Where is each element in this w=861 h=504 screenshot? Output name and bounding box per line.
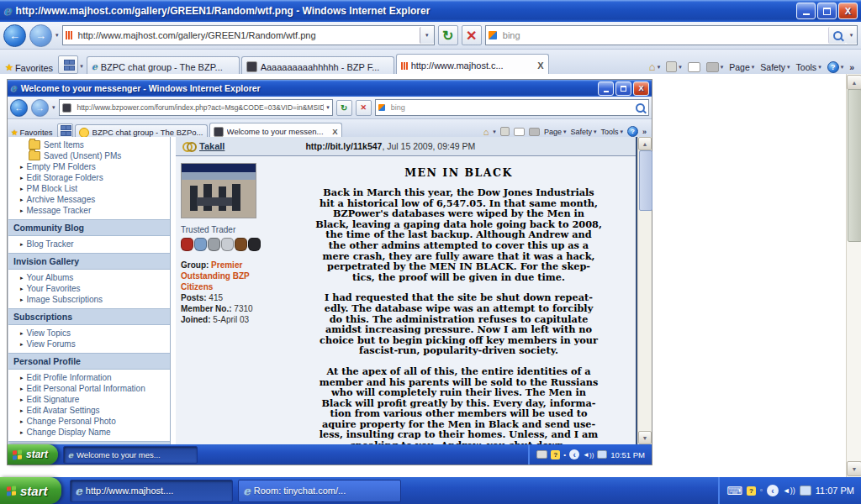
- address-dropdown-icon[interactable]: ▾: [420, 27, 434, 44]
- search-options-dropdown-icon[interactable]: ▾: [846, 27, 857, 44]
- member-info: Group: Premier Outstanding BZP Citizens …: [181, 260, 280, 325]
- taskbar-task-majhost[interactable]: e http://www.majhost....: [70, 480, 233, 502]
- majhost-favicon: [63, 31, 75, 39]
- inner-navigation-bar: ← → ▾ http://www.bzpower.com/forum/index…: [8, 97, 652, 119]
- mask-icons-row: [181, 238, 280, 251]
- magnifier-icon: [833, 31, 843, 40]
- recent-pages-dropdown-icon[interactable]: ▾: [55, 32, 59, 39]
- outer-window-titlebar: e http://www.majhost.com/gallery/GREEN1/…: [0, 0, 861, 22]
- scroll-down-button[interactable]: ▼: [847, 461, 861, 476]
- post-author-link: TakaII: [199, 141, 224, 151]
- magnifier-icon: [636, 103, 645, 113]
- safety-menu[interactable]: Safety▾: [760, 62, 790, 72]
- help-icon: ?: [627, 126, 638, 137]
- member-posts: 415: [209, 293, 223, 302]
- scroll-down-button: ▼: [638, 431, 652, 444]
- wtf-png-image: e Welcome to your messenger - Windows In…: [7, 79, 652, 465]
- ie-logo-icon: e: [3, 3, 12, 18]
- folder-icon: [29, 140, 40, 150]
- trusted-trader-badge: Trusted Trader: [181, 225, 280, 234]
- keyboard-tray-icon[interactable]: ⌨: [726, 486, 742, 496]
- ie-favicon: e: [92, 61, 98, 72]
- inner-stop-button: ✕: [356, 100, 372, 116]
- close-button[interactable]: X: [838, 3, 858, 19]
- feeds-button[interactable]: ▾: [666, 61, 682, 72]
- tab-majhost-active[interactable]: http://www.majhost.c... X: [396, 54, 549, 76]
- avatar-image: [181, 163, 256, 218]
- start-button[interactable]: start: [0, 477, 61, 504]
- sidebar-item-edit-avatar-settings: ▸Edit Avatar Settings: [8, 405, 170, 416]
- scrollbar-thumb[interactable]: [848, 89, 861, 242]
- quick-tabs-icon: [61, 125, 70, 136]
- sidebar-item-change-personal-photo: ▸Change Personal Photo: [8, 416, 170, 427]
- taskbar-task-tinychat[interactable]: e Room: tinychat.com/...: [238, 480, 401, 502]
- sidebar-item-change-display-name: ▸Change Display Name: [8, 427, 170, 438]
- stop-button[interactable]: ✕: [462, 25, 482, 45]
- kanohi-mask-icon: [235, 238, 247, 251]
- volume-icon[interactable]: ◄)): [783, 487, 795, 495]
- restore-button[interactable]: [817, 3, 837, 19]
- outer-address-bar[interactable]: http://www.majhost.com/gallery/GREEN1/Ra…: [62, 25, 435, 45]
- network-icon: [597, 450, 607, 459]
- avatar-favicon: [214, 127, 224, 137]
- folder-icon: [29, 151, 40, 160]
- ie-logo-icon: e: [10, 82, 17, 94]
- page-menu[interactable]: Page▾: [729, 62, 754, 72]
- outer-search-box[interactable]: bing ▾: [485, 25, 858, 45]
- back-button[interactable]: ←: [3, 24, 26, 47]
- toolbar-overflow-chevron[interactable]: »: [849, 62, 854, 72]
- inner-taskbar-task: e Welcome to your mes...: [63, 446, 198, 464]
- bing-logo-icon: [489, 31, 497, 39]
- outer-page-scrollbar[interactable]: ▲ ▼: [846, 74, 861, 477]
- mail-icon[interactable]: [688, 62, 700, 72]
- help-menu[interactable]: ?▾: [827, 61, 844, 73]
- tray-chevron-icon[interactable]: ‹: [767, 485, 779, 496]
- kanohi-mask-icon: [208, 238, 220, 251]
- sidebar-item-message-tracker: ▸Message Tracker: [8, 205, 170, 216]
- post-user-column: Trusted Trader Group: Premier: [176, 156, 285, 444]
- refresh-button[interactable]: ↻: [438, 25, 458, 45]
- sidebar-header-personal-profile: Personal Profile: [8, 353, 170, 370]
- toolbar-overflow-chevron: »: [642, 128, 647, 136]
- inner-address-text: http://www.bzpower.com/forum/index.php?a…: [74, 103, 324, 112]
- outer-search-text: bing: [499, 30, 828, 40]
- clock: 11:07 PM: [816, 486, 854, 496]
- help-tray-icon: ?: [551, 450, 560, 459]
- bing-logo-icon: [378, 104, 385, 111]
- post-paragraph-1: Back in March this year, the Dow Jones I…: [297, 187, 621, 282]
- inner-back-button: ←: [10, 99, 28, 117]
- print-button[interactable]: ▾: [706, 62, 724, 72]
- tab-list-dropdown-icon[interactable]: ▾: [80, 63, 83, 70]
- forward-button[interactable]: →: [29, 24, 52, 47]
- quick-tabs-button[interactable]: [58, 55, 78, 74]
- display-tray-icon[interactable]: ▫: [760, 487, 763, 494]
- post-header-row: TakaII http://bit.ly/11k547, Jul 15 2009…: [176, 137, 636, 156]
- home-button[interactable]: ⌂▾: [649, 60, 660, 73]
- search-button[interactable]: [828, 27, 846, 44]
- post-date: , Jul 15 2009, 09:49 PM: [382, 141, 475, 151]
- home-icon: ⌂: [483, 127, 489, 137]
- inner-window-title: Welcome to your messenger - Windows Inte…: [21, 83, 261, 93]
- network-icon[interactable]: [800, 486, 811, 496]
- tray-chevron-icon: ‹: [569, 449, 579, 459]
- post-heading: MEN IN BLACK: [297, 166, 621, 179]
- inner-system-tray: ? • ‹ ◄)) 10:51 PM: [528, 444, 652, 465]
- sidebar-item-saved-pms: Saved (Unsent) PMs: [8, 150, 170, 161]
- post-link: http://bit.ly/11k547: [305, 141, 382, 151]
- majhost-favicon: [401, 62, 408, 70]
- help-icon: ?: [827, 61, 839, 73]
- quick-tabs-icon: [64, 60, 73, 71]
- sidebar-item-image-subscriptions: ▸Image Subscriptions: [8, 294, 170, 305]
- tools-menu[interactable]: Tools▾: [796, 62, 821, 72]
- inner-recent-pages-dropdown-icon: ▾: [52, 104, 55, 111]
- help-tray-icon[interactable]: ?: [747, 486, 756, 496]
- scroll-up-button[interactable]: ▲: [847, 75, 861, 90]
- sidebar-item-view-topics: ▸View Topics: [8, 328, 170, 339]
- inner-address-bar: http://www.bzpower.com/forum/index.php?a…: [59, 99, 333, 116]
- minimize-button[interactable]: [796, 3, 816, 19]
- inner-taskbar: start e Welcome to your mes... ? • ‹ ◄))…: [8, 444, 652, 465]
- forum-sidebar: Sent Items Saved (Unsent) PMs ▸Empty PM …: [8, 137, 171, 444]
- alert-tray-icon: •: [563, 451, 566, 459]
- sidebar-item-edit-personal-portal-information: ▸Edit Personal Portal Information: [8, 383, 170, 394]
- tab-close-icon[interactable]: X: [537, 60, 543, 71]
